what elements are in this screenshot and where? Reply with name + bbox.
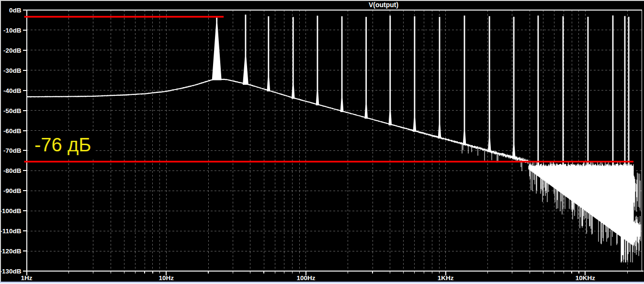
- y-tick-label: -110dB: [0, 227, 22, 235]
- tone-spike: [267, 16, 270, 91]
- window-border-left: [0, 0, 1, 282]
- tone-spike: [292, 17, 295, 99]
- y-tick-label: -90dB: [3, 187, 22, 194]
- y-tick-label: -130dB: [0, 268, 22, 275]
- x-tick-label: 100Hz: [296, 274, 315, 282]
- x-tick-label: 10Hz: [158, 274, 174, 282]
- tone-spike: [562, 16, 565, 177]
- plot-window: V(output) 0dB-10dB-20dB-30dB-40dB-50dB-6…: [0, 0, 644, 284]
- y-tick-label: -80dB: [3, 167, 22, 174]
- tone-spike: [212, 18, 222, 80]
- y-tick-label: -40dB: [3, 87, 22, 94]
- y-tick-label: -100dB: [0, 207, 22, 215]
- x-tick-label: 10KHz: [576, 274, 596, 282]
- y-tick-label: 0dB: [9, 7, 22, 14]
- tone-spike: [438, 17, 441, 138]
- tone-spike: [611, 15, 615, 177]
- tone-spike: [627, 17, 631, 177]
- x-tick-label: 1KHz: [438, 274, 454, 282]
- y-tick-label: -120dB: [0, 248, 22, 255]
- tone-spike: [537, 15, 540, 174]
- tone-spike: [413, 16, 417, 132]
- axes-frame: [23, 10, 644, 275]
- noise-level-annotation: -76 дБ: [31, 133, 95, 158]
- spectrum-plot: 0dB-10dB-20dB-30dB-40dB-50dB-60dB-70dB-8…: [0, 0, 644, 284]
- grid-lines: [27, 10, 642, 271]
- tone-spike: [364, 17, 368, 118]
- red-marker-lines: [24, 17, 634, 162]
- y-tick-label: -70dB: [3, 147, 22, 154]
- y-tick-label: -60dB: [3, 127, 22, 135]
- x-tick-label: 1Hz: [21, 274, 32, 282]
- y-tick-label: -50dB: [3, 107, 22, 114]
- y-tick-label: -10dB: [3, 27, 22, 34]
- tone-spike: [512, 17, 516, 159]
- tone-spike: [587, 17, 590, 177]
- waveform-pane[interactable]: 0dB-10dB-20dB-30dB-40dB-50dB-60dB-70dB-8…: [0, 0, 644, 284]
- tone-spike: [243, 15, 249, 85]
- window-border-top: [0, 0, 644, 1]
- tone-spike: [340, 16, 344, 112]
- y-tick-label: -20dB: [3, 47, 22, 54]
- y-tick-label: -30dB: [3, 67, 22, 74]
- tone-spike: [463, 16, 466, 146]
- tone-spike: [623, 16, 627, 177]
- tone-spike: [488, 16, 491, 152]
- tone-spike: [316, 16, 319, 105]
- trace-name-label: V(output): [345, 1, 422, 9]
